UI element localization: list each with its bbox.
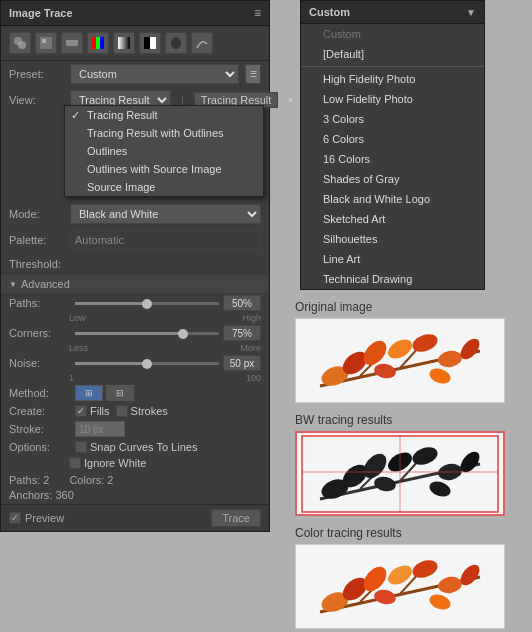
noise-min: 1 [69, 373, 74, 383]
preset-item-6-colors[interactable]: 6 Colors [301, 129, 484, 149]
3-color-icon[interactable] [87, 32, 109, 54]
mode-row: Mode: Black and White [1, 201, 269, 227]
high-fidelity-icon[interactable] [35, 32, 57, 54]
bw-icon[interactable] [139, 32, 161, 54]
adv-anchors: Anchors: 360 [1, 489, 269, 504]
adv-header: ▼ Advanced [1, 275, 269, 293]
dropdown-chevron[interactable]: ▼ [286, 96, 294, 105]
fills-checkbox[interactable]: ✓ [75, 405, 87, 417]
icons-toolbar [1, 26, 269, 61]
bw-svg [300, 434, 500, 514]
mode-select[interactable]: Black and White [70, 204, 261, 224]
noise-minmax: 1 100 [1, 373, 269, 383]
strokes-label: Strokes [131, 405, 168, 417]
panel-title: Image Trace [9, 7, 73, 19]
preset-menu-icon[interactable]: ☰ [245, 64, 261, 84]
adv-preview-checkbox[interactable]: ✓ [9, 512, 21, 524]
color-svg [300, 547, 500, 627]
preset-divider [301, 66, 484, 67]
preset-item-silhouettes[interactable]: Silhouettes [301, 229, 484, 249]
preset-item-sketched-art[interactable]: Sketched Art [301, 209, 484, 229]
results-panel: Original image BW tracing results [295, 300, 532, 632]
paths-slider[interactable] [75, 302, 219, 305]
view-option-outlines[interactable]: Outlines [65, 142, 263, 160]
palette-row: Palette: [1, 227, 269, 253]
noise-value: 50 px [223, 355, 261, 371]
method-btn-1[interactable]: ⊞ [75, 385, 103, 401]
bw-label: BW tracing results [295, 413, 532, 427]
svg-rect-3 [42, 39, 46, 43]
color-label: Color tracing results [295, 526, 532, 540]
preset-item-3-colors[interactable]: 3 Colors [301, 109, 484, 129]
original-section: Original image [295, 300, 532, 403]
svg-point-20 [437, 349, 463, 369]
corners-more: More [240, 343, 261, 353]
preset-item-bw-logo[interactable]: Black and White Logo [301, 189, 484, 209]
preset-item-high-fidelity[interactable]: High Fidelity Photo [301, 69, 484, 89]
svg-point-35 [373, 475, 397, 493]
adv-colors-stat: Colors: 2 [69, 474, 113, 486]
adv-paths-label: Paths: [9, 297, 69, 309]
ignore-row: Ignore White [1, 455, 269, 471]
adv-noise-label: Noise: [9, 357, 69, 369]
noise-slider[interactable] [75, 362, 219, 365]
collapse-icon[interactable]: ≡ [254, 6, 261, 20]
preset-dropdown-title: Custom [309, 6, 350, 18]
view-label: View: [9, 94, 64, 106]
corners-slider[interactable] [75, 332, 219, 335]
preset-select[interactable]: Custom [70, 64, 239, 84]
snap-label: Snap Curves To Lines [90, 441, 197, 453]
method-row: Method: ⊞ ⊟ [1, 383, 269, 403]
corners-thumb[interactable] [178, 329, 188, 339]
paths-minmax: Low High [1, 313, 269, 323]
fills-label: Fills [90, 405, 110, 417]
view-option-tracing-result[interactable]: Tracing Result [65, 106, 263, 124]
preset-item-line-art[interactable]: Line Art [301, 249, 484, 269]
preset-item-low-fidelity[interactable]: Low Fidelity Photo [301, 89, 484, 109]
svg-point-49 [427, 591, 452, 612]
strokes-checkbox[interactable] [116, 405, 128, 417]
create-row: Create: ✓ Fills Strokes [1, 403, 269, 419]
preset-item-16-colors[interactable]: 16 Colors [301, 149, 484, 169]
line-art-icon[interactable] [191, 32, 213, 54]
svg-rect-6 [96, 37, 100, 49]
preset-dropdown-header[interactable]: Custom ▼ [301, 1, 484, 24]
bw-section: BW tracing results [295, 413, 532, 516]
palette-input[interactable] [70, 230, 261, 250]
adv-corners-label: Corners: [9, 327, 69, 339]
bw-image [295, 431, 505, 516]
options-row: Options: Snap Curves To Lines [1, 439, 269, 455]
adv-stats: Paths: 2 Colors: 2 [1, 471, 269, 489]
low-fidelity-icon[interactable] [61, 32, 83, 54]
adv-stroke-label: Stroke: [9, 423, 69, 435]
svg-point-50 [373, 588, 397, 606]
svg-point-23 [373, 362, 397, 380]
view-option-outlines-source[interactable]: Outlines with Source Image [65, 160, 263, 178]
stroke-input[interactable] [75, 421, 125, 437]
adv-paths-stat: Paths: 2 [9, 474, 49, 486]
paths-pct-value: 50% [223, 295, 261, 311]
strokes-check-label: Strokes [116, 405, 168, 417]
color-section: Color tracing results [295, 526, 532, 629]
view-option-tracing-outlines[interactable]: Tracing Result with Outlines [65, 124, 263, 142]
adv-create-label: Create: [9, 405, 69, 417]
ignore-checkbox[interactable] [69, 457, 81, 469]
paths-thumb[interactable] [142, 299, 152, 309]
snap-checkbox[interactable] [75, 441, 87, 453]
adv-colors-val: 2 [107, 474, 113, 486]
ignore-label: Ignore White [84, 457, 146, 469]
grayscale-icon[interactable] [113, 32, 135, 54]
ignore-check-label: Ignore White [69, 457, 146, 469]
noise-thumb[interactable] [142, 359, 152, 369]
svg-rect-7 [100, 37, 104, 49]
auto-color-icon[interactable] [9, 32, 31, 54]
preset-item-technical[interactable]: Technical Drawing [301, 269, 484, 289]
view-option-source-image[interactable]: Source Image [65, 178, 263, 196]
preset-item-shades-gray[interactable]: Shades of Gray [301, 169, 484, 189]
silhouette-icon[interactable] [165, 32, 187, 54]
svg-point-11 [171, 37, 181, 49]
noise-max: 100 [246, 373, 261, 383]
method-btn-2[interactable]: ⊟ [106, 385, 134, 401]
trace-button[interactable]: Trace [211, 509, 261, 527]
preset-item-default[interactable]: [Default] [301, 44, 484, 64]
